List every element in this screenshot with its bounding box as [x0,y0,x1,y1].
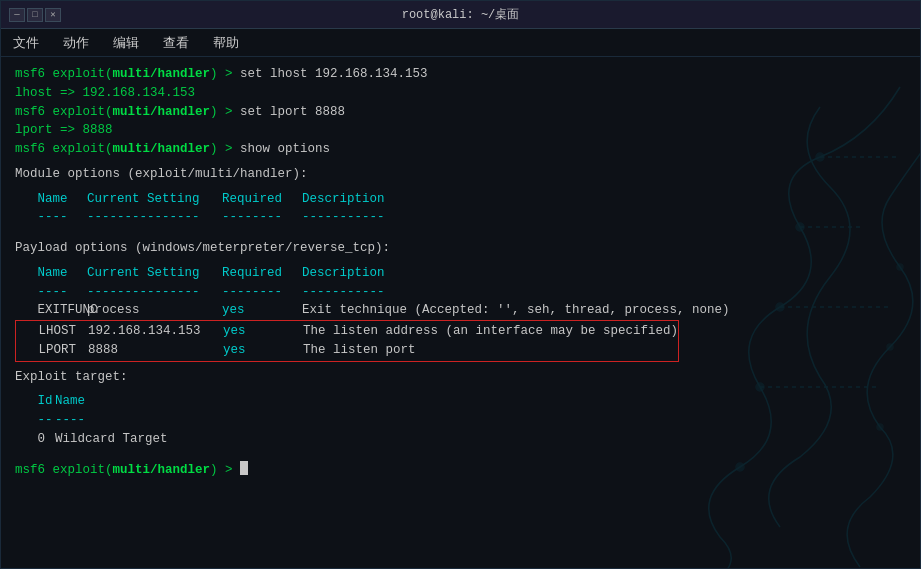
col-required-h1: Required [222,190,302,209]
target-under1: -- [15,411,55,430]
target-under2: ---- [55,411,85,430]
menu-file[interactable]: 文件 [9,32,43,54]
cursor [240,461,248,475]
menu-bar: 文件 动作 编辑 查看 帮助 [1,29,920,57]
under2-1: ---- [15,283,87,302]
lhost-setting: 192.168.134.153 [88,322,223,341]
terminal-body[interactable]: msf6 exploit(multi/handler) > set lhost … [1,57,920,568]
cmd-line-3: msf6 exploit(multi/handler) > show optio… [15,140,906,159]
target-id-h: Id [15,392,55,411]
target-table-header: Id Name [15,392,906,411]
payload-options-header: Payload options (windows/meterpreter/rev… [15,239,906,258]
target-name-h: Name [55,392,85,411]
exitfunc-setting: process [87,301,222,320]
exitfunc-name: EXITFUNC [15,301,87,320]
target-name-0: Wildcard Target [55,430,168,449]
prompt-end-2: ) > [210,103,240,122]
table1-header: Name Current Setting Required Descriptio… [15,190,906,209]
exploit-target-text: Exploit target: [15,368,128,387]
lhost-name: LHOST [16,322,88,341]
terminal-window: ─ □ ✕ root@kali: ~/桌面 文件 动作 编辑 查看 帮助 [0,0,921,569]
menu-view[interactable]: 查看 [159,32,193,54]
cmd-text-2: set lport 8888 [240,103,345,122]
under-3: -------- [222,208,302,227]
target-id-0: 0 [15,430,55,449]
table2-header: Name Current Setting Required Descriptio… [15,264,906,283]
col-setting-h1: Current Setting [87,190,222,209]
under-1: ---- [15,208,87,227]
table2-underline: ---- --------------- -------- ----------… [15,283,906,302]
lport-name: LPORT [16,341,88,360]
under2-4: ----------- [302,283,385,302]
lport-setting: 8888 [88,341,223,360]
menu-edit[interactable]: 编辑 [109,32,143,54]
under-2: --------------- [87,208,222,227]
maximize-button[interactable]: □ [27,8,43,22]
prompt-end-1: ) > [210,65,240,84]
menu-help[interactable]: 帮助 [209,32,243,54]
lport-desc: The listen port [303,341,416,360]
module-options-text: Module options (exploit/multi/handler): [15,165,308,184]
terminal-content: msf6 exploit(multi/handler) > set lhost … [15,65,906,479]
prompt-1: msf6 exploit( [15,65,113,84]
output-lhost: lhost => 192.168.134.153 [15,84,906,103]
final-prompt-module: multi/handler [113,461,211,480]
under-4: ----------- [302,208,385,227]
cmd-text-1: set lhost 192.168.134.153 [240,65,428,84]
table1-underline: ---- --------------- -------- ----------… [15,208,906,227]
menu-action[interactable]: 动作 [59,32,93,54]
payload-options-text: Payload options (windows/meterpreter/rev… [15,239,390,258]
row-lhost: LHOST 192.168.134.153 yes The listen add… [16,322,678,341]
col-required-h2: Required [222,264,302,283]
under2-3: -------- [222,283,302,302]
col-desc-h2: Description [302,264,385,283]
final-prompt: msf6 exploit( [15,461,113,480]
minimize-button[interactable]: ─ [9,8,25,22]
title-bar: ─ □ ✕ root@kali: ~/桌面 [1,1,920,29]
exploit-target-header: Exploit target: [15,368,906,387]
output-lport: lport => 8888 [15,121,906,140]
row-exitfunc: EXITFUNC process yes Exit technique (Acc… [15,301,906,320]
lhost-lport-highlight-box: LHOST 192.168.134.153 yes The listen add… [15,320,679,362]
lhost-required: yes [223,322,303,341]
row-target-0: 0 Wildcard Target [15,430,906,449]
lhost-output: lhost => 192.168.134.153 [15,84,195,103]
prompt-module-2: multi/handler [113,103,211,122]
prompt-module-3: multi/handler [113,140,211,159]
cmd-line-2: msf6 exploit(multi/handler) > set lport … [15,103,906,122]
exitfunc-desc: Exit technique (Accepted: '', seh, threa… [302,301,730,320]
exitfunc-required: yes [222,301,302,320]
prompt-3: msf6 exploit( [15,140,113,159]
prompt-end-3: ) > [210,140,240,159]
col-name-h2: Name [15,264,87,283]
col-name-h1: Name [15,190,87,209]
prompt-module-1: multi/handler [113,65,211,84]
under2-2: --------------- [87,283,222,302]
target-table-under: -- ---- [15,411,906,430]
lhost-desc: The listen address (an interface may be … [303,322,678,341]
lport-output: lport => 8888 [15,121,113,140]
close-button[interactable]: ✕ [45,8,61,22]
cmd-line-1: msf6 exploit(multi/handler) > set lhost … [15,65,906,84]
lport-required: yes [223,341,303,360]
window-title: root@kali: ~/桌面 [402,6,520,23]
module-options-header: Module options (exploit/multi/handler): [15,165,906,184]
col-setting-h2: Current Setting [87,264,222,283]
window-controls[interactable]: ─ □ ✕ [9,8,61,22]
row-lport: LPORT 8888 yes The listen port [16,341,678,360]
final-prompt-line[interactable]: msf6 exploit(multi/handler) > [15,461,906,480]
cmd-text-3: show options [240,140,330,159]
prompt-2: msf6 exploit( [15,103,113,122]
final-prompt-end: ) > [210,461,240,480]
col-desc-h1: Description [302,190,385,209]
